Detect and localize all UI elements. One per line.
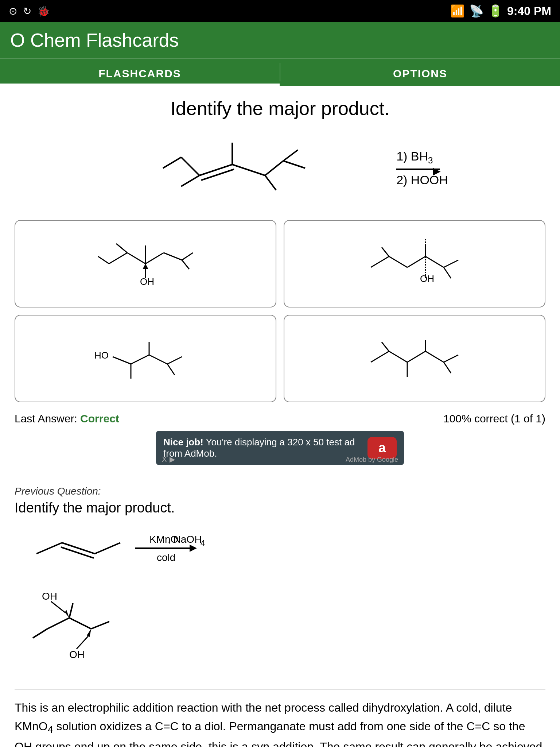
svg-line-52 <box>62 543 95 554</box>
svg-line-66 <box>51 601 65 612</box>
reagent-arrow-row: ▶ <box>396 169 440 170</box>
app-bar: O Chem Flashcards <box>0 22 560 58</box>
prev-question-text: Identify the major product. <box>15 500 545 516</box>
tab-bar: FLASHCARDS OPTIONS <box>0 58 560 86</box>
svg-line-2 <box>181 175 199 186</box>
svg-line-3 <box>199 165 232 175</box>
svg-line-64 <box>33 629 47 638</box>
question-diagram: 1) BH3 ▶ 2) HOOH <box>15 128 545 208</box>
svg-line-23 <box>371 256 389 267</box>
prev-reaction-diagram: KMnO 4 , NaOH cold <box>15 525 545 570</box>
previous-question-section: Previous Question: Identify the major pr… <box>15 485 545 678</box>
svg-line-36 <box>131 355 149 364</box>
svg-line-26 <box>425 256 444 267</box>
ad-banner[interactable]: Nice job! You're displaying a 320 x 50 t… <box>156 431 404 465</box>
svg-line-27 <box>444 260 458 267</box>
svg-line-33 <box>382 247 389 256</box>
prev-answer-svg: OH OH <box>22 581 124 676</box>
svg-line-48 <box>382 342 389 351</box>
option-c-svg: HO <box>80 322 211 395</box>
signal-icon: 📡 <box>469 4 484 18</box>
tab-flashcards[interactable]: FLASHCARDS <box>0 59 280 86</box>
bug-icon: 🐞 <box>37 5 50 17</box>
option-a[interactable]: OH <box>15 220 276 307</box>
svg-line-45 <box>425 351 444 362</box>
svg-line-17 <box>164 253 182 260</box>
status-icons-left: ⊙ ↻ 🐞 <box>9 5 50 17</box>
svg-line-7 <box>265 161 283 175</box>
svg-line-37 <box>149 355 167 364</box>
svg-line-53 <box>61 547 94 558</box>
ad-close-btn[interactable]: X <box>162 455 167 464</box>
svg-line-12 <box>127 253 145 264</box>
score-text: 100% correct (1 of 1) <box>443 413 545 425</box>
svg-marker-65 <box>65 610 69 618</box>
svg-line-35 <box>113 357 131 364</box>
svg-marker-68 <box>87 629 91 637</box>
admob-icon: a <box>368 437 397 459</box>
status-line: Last Answer: Correct 100% correct (1 of … <box>15 413 545 425</box>
svg-line-69 <box>77 636 88 649</box>
svg-line-54 <box>95 543 120 554</box>
svg-text:OH: OH <box>69 649 85 660</box>
option-b-svg: OH <box>349 227 480 300</box>
svg-line-62 <box>69 618 91 629</box>
circle-icon: ⊙ <box>9 5 17 17</box>
question-molecule-svg <box>112 128 389 208</box>
svg-line-9 <box>283 150 298 161</box>
svg-line-0 <box>181 157 199 175</box>
svg-text:cold: cold <box>157 552 175 563</box>
prev-answer-molecule: OH OH <box>15 581 545 678</box>
option-a-svg: OH <box>80 227 211 300</box>
svg-line-61 <box>47 618 69 629</box>
svg-line-47 <box>444 362 451 373</box>
battery-icon: 🔋 <box>488 4 503 18</box>
svg-line-19 <box>182 260 189 269</box>
last-answer-container: Last Answer: Correct <box>15 413 119 425</box>
option-d-svg <box>349 322 480 395</box>
question-title: Identify the major product. <box>15 97 545 119</box>
option-d[interactable] <box>284 315 545 402</box>
svg-line-16 <box>145 253 164 264</box>
svg-line-21 <box>116 244 127 253</box>
svg-line-22 <box>98 256 109 264</box>
svg-line-8 <box>283 161 305 168</box>
ad-banner-text: Nice job! You're displaying a 320 x 50 t… <box>163 437 362 459</box>
svg-marker-56 <box>190 545 197 552</box>
time-display: 9:40 PM <box>507 4 551 18</box>
svg-text:HO: HO <box>94 350 109 361</box>
svg-line-18 <box>182 253 193 260</box>
app-title: O Chem Flashcards <box>10 29 179 51</box>
reaction-arrow: ▶ <box>396 169 440 170</box>
svg-line-10 <box>265 175 276 190</box>
last-answer-value: Correct <box>80 413 119 425</box>
explanation-text: This is an electrophilic addition reacti… <box>15 698 545 747</box>
explanation-section: This is an electrophilic addition reacti… <box>15 689 545 747</box>
option-c[interactable]: HO <box>15 315 276 402</box>
svg-line-43 <box>389 351 407 362</box>
svg-line-25 <box>407 256 425 267</box>
ad-container: Nice job! You're displaying a 320 x 50 t… <box>15 431 545 474</box>
svg-line-24 <box>389 256 407 267</box>
tab-options[interactable]: OPTIONS <box>280 59 560 86</box>
svg-text:OH: OH <box>42 591 57 602</box>
reagent-1: 1) BH3 <box>396 149 433 166</box>
svg-line-4 <box>201 169 234 180</box>
svg-text:, NaOH: , NaOH <box>168 534 202 545</box>
main-content: Identify the major product. <box>0 86 560 747</box>
svg-line-1 <box>163 157 181 168</box>
svg-line-42 <box>371 351 389 362</box>
svg-line-6 <box>232 165 265 175</box>
svg-line-28 <box>444 267 451 278</box>
prev-molecule-svg: KMnO 4 , NaOH cold <box>22 525 277 568</box>
refresh-icon: ↻ <box>23 5 31 17</box>
ad-bold-text: Nice job! <box>163 437 203 448</box>
status-icons-right: 📶 📡 🔋 9:40 PM <box>450 4 551 18</box>
ad-arrow-btn[interactable]: ▶ <box>170 455 175 464</box>
ad-controls: X ▶ <box>162 455 175 464</box>
status-bar: ⊙ ↻ 🐞 📶 📡 🔋 9:40 PM <box>0 0 560 22</box>
option-b[interactable]: OH <box>284 220 545 307</box>
reagents-box: 1) BH3 ▶ 2) HOOH <box>396 149 448 187</box>
wifi-icon: 📶 <box>450 4 465 18</box>
svg-line-46 <box>444 355 458 362</box>
